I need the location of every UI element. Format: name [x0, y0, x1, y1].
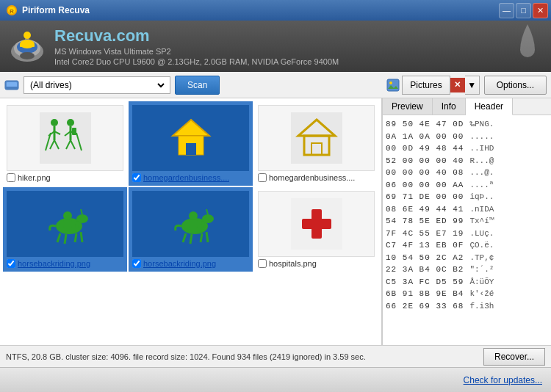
- hex-row: C5 3A FC D5 59Å:üÕY: [386, 276, 548, 288]
- hex-row: C7 4F 13 EB 0FÇO.ë.: [386, 239, 548, 252]
- hex-row: 7F 4C 55 E7 19.LUç.: [386, 228, 548, 240]
- svg-rect-14: [387, 79, 399, 91]
- status-text: NTFS, 20.8 GB. cluster size: 4096. file …: [6, 352, 366, 361]
- filter-close-button[interactable]: ✕: [450, 78, 465, 92]
- hex-row: 0A 1A 0A 00 00.....: [386, 131, 548, 143]
- tab-info[interactable]: Info: [433, 98, 466, 115]
- main-content: hiker.png homegardenbusiness....: [0, 98, 551, 345]
- title-bar-controls: — □ ✕: [499, 3, 548, 18]
- filter-arrow-button[interactable]: ▼: [465, 76, 480, 95]
- scan-button[interactable]: Scan: [175, 76, 220, 95]
- file-checkbox-hospitals[interactable]: [258, 259, 267, 268]
- file-label-horse2: horsebackriding.png: [143, 259, 216, 268]
- file-thumb-house2: [258, 105, 375, 171]
- recover-button[interactable]: Recover...: [483, 348, 545, 366]
- file-grid: hiker.png homegardenbusiness....: [0, 98, 381, 275]
- svg-point-7: [24, 32, 31, 39]
- svg-rect-13: [5, 87, 18, 90]
- app-subtitle1: MS Windows Vista Ultimate SP2: [54, 47, 504, 56]
- toolbar: (All drives) Scan Pictures ✕ ▼ Options..…: [0, 72, 551, 98]
- svg-point-15: [389, 81, 392, 84]
- svg-line-48: [75, 233, 76, 242]
- svg-line-54: [202, 222, 204, 228]
- file-label-row: hiker.png: [7, 173, 123, 182]
- file-label-house1: homegardenbusiness....: [143, 173, 229, 182]
- file-label-horse1: horsebackriding.png: [18, 259, 90, 268]
- svg-text:R: R: [10, 8, 14, 15]
- close-button[interactable]: ✕: [533, 3, 548, 18]
- file-checkbox-horse2[interactable]: [132, 259, 141, 268]
- title-bar: R Piriform Recuva — □ ✕: [0, 0, 551, 21]
- status-bar: NTFS, 20.8 GB. cluster size: 4096. file …: [0, 345, 551, 367]
- app-header-text: Recuva.com MS Windows Vista Ultimate SP2…: [54, 26, 504, 66]
- bottom-bar: Check for updates...: [0, 367, 551, 392]
- svg-rect-10: [20, 44, 35, 47]
- maximize-button[interactable]: □: [516, 3, 531, 18]
- svg-rect-16: [40, 112, 91, 164]
- file-label-row: homegardenbusiness....: [258, 173, 375, 182]
- file-label-hiker: hiker.png: [18, 173, 51, 182]
- panel-tabs: Preview Info Header: [383, 98, 551, 115]
- pictures-label: Pictures: [410, 80, 442, 90]
- file-grid-area[interactable]: hiker.png homegardenbusiness....: [0, 98, 382, 345]
- hex-row: 6B 91 8B 9E B4k'‹žé: [386, 288, 548, 300]
- hex-row: 69 71 DE 00 00iqÞ..: [386, 191, 548, 203]
- tab-header[interactable]: Header: [466, 98, 513, 115]
- hex-row: 22 3A B4 0C B2":´.²: [386, 264, 548, 276]
- update-link[interactable]: Check for updates...: [464, 375, 542, 385]
- hex-row: 08 6E 49 44 41.nIDA: [386, 203, 548, 216]
- options-button[interactable]: Options...: [484, 76, 547, 95]
- file-thumb-house1: [132, 105, 249, 171]
- drive-dropdown[interactable]: (All drives): [27, 79, 167, 91]
- file-cell-horse2[interactable]: horsebackriding.png: [129, 187, 253, 272]
- drop-icon: [513, 24, 542, 68]
- file-label-row: horsebackriding.png: [7, 259, 123, 268]
- svg-line-58: [190, 234, 192, 244]
- file-thumb-hiker: [7, 105, 123, 171]
- pictures-button[interactable]: Pictures: [402, 76, 450, 95]
- svg-rect-29: [72, 128, 76, 135]
- file-checkbox-house2[interactable]: [258, 173, 267, 182]
- hex-row: 52 00 00 00 40R...@: [386, 155, 548, 167]
- file-thumb-hospitals: [258, 191, 375, 257]
- svg-rect-45: [63, 220, 72, 228]
- app-header-icon: [9, 28, 46, 65]
- hex-content: 89 50 4E 47 0D‰PNG.0A 1A 0A 00 00.....00…: [383, 115, 551, 345]
- file-label-row: horsebackriding.png: [132, 259, 249, 268]
- drive-selector[interactable]: (All drives): [24, 76, 170, 94]
- hex-row: 10 54 50 2C A2.TP,¢: [386, 252, 548, 264]
- file-thumb-horse2: [132, 191, 249, 257]
- app-subtitle2: Intel Core2 Duo CPU L9600 @ 2.13GHz, 2.0…: [54, 57, 504, 66]
- tab-preview[interactable]: Preview: [383, 98, 433, 115]
- svg-rect-35: [186, 143, 196, 155]
- svg-point-23: [67, 119, 74, 126]
- file-cell-house1[interactable]: homegardenbusiness....: [129, 101, 253, 186]
- file-cell-house2[interactable]: homegardenbusiness....: [254, 101, 378, 186]
- svg-line-60: [206, 232, 208, 242]
- svg-line-43: [76, 222, 78, 228]
- svg-line-49: [81, 232, 82, 242]
- svg-point-8: [20, 52, 35, 59]
- svg-point-17: [51, 119, 58, 126]
- hex-row: 06 00 00 00 AA....ª: [386, 179, 548, 192]
- svg-point-44: [63, 211, 72, 220]
- right-panel: Preview Info Header 89 50 4E 47 0D‰PNG.0…: [382, 98, 551, 345]
- file-checkbox-horse1[interactable]: [7, 259, 15, 268]
- app-icon: R: [6, 4, 18, 16]
- hex-row: 00 00 00 40 08...@.: [386, 167, 548, 179]
- file-label-row: hospitals.png: [258, 259, 375, 268]
- file-cell-hospitals[interactable]: hospitals.png: [254, 187, 378, 272]
- file-checkbox-house1[interactable]: [132, 173, 141, 182]
- window-title: Piriform Recuva: [22, 5, 90, 15]
- pictures-icon: [386, 79, 400, 92]
- file-cell-horse1[interactable]: horsebackriding.png: [3, 187, 127, 272]
- svg-line-59: [201, 233, 202, 242]
- hex-row: 54 78 5E ED 99Tx^í™: [386, 215, 548, 228]
- drive-icon: [4, 79, 19, 92]
- file-label-hospitals: hospitals.png: [269, 259, 317, 268]
- minimize-button[interactable]: —: [499, 3, 514, 18]
- file-label-house2: homegardenbusiness....: [269, 173, 355, 182]
- file-checkbox-hiker[interactable]: [7, 173, 15, 182]
- app-title: Recuva.com: [54, 26, 504, 46]
- file-cell-hiker[interactable]: hiker.png: [3, 101, 127, 186]
